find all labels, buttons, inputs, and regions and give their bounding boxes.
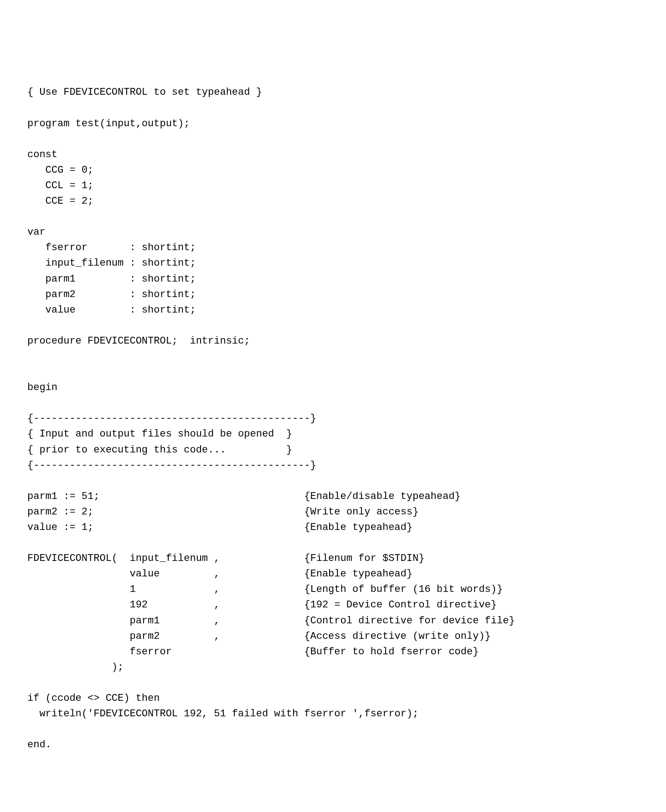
code-listing: { Use FDEVICECONTROL to set typeahead } … (27, 85, 639, 753)
